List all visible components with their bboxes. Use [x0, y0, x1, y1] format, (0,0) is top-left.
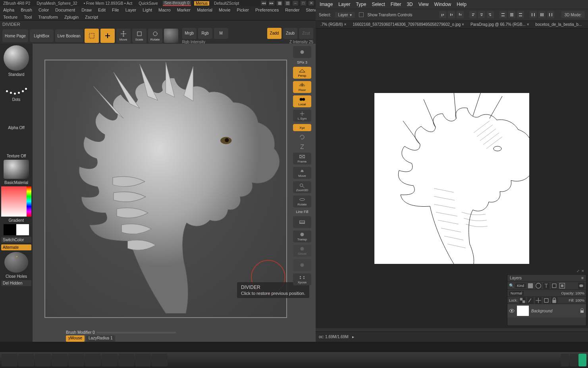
menu-texture[interactable]: Texture [2, 15, 19, 19]
opacity-value[interactable]: 100% [575, 291, 584, 295]
tray-icon-1[interactable] [561, 354, 569, 366]
xyz-button[interactable]: Xyz [293, 124, 311, 131]
3dmode-dropdown[interactable]: 3D Mode: [561, 11, 585, 18]
ps-menu-select[interactable]: Select [372, 2, 385, 7]
doc-tab-4[interactable]: bocetos_de_la_bestia_b... [532, 21, 585, 28]
seethrough-slider[interactable]: See-through 0 [163, 1, 191, 6]
align-left-icon[interactable] [469, 11, 476, 18]
fill-value[interactable]: 100% [575, 298, 584, 302]
color-swatches[interactable] [4, 224, 29, 235]
texture-thumbnail[interactable] [4, 132, 29, 152]
start-button[interactable] [2, 354, 17, 366]
menu-zplugin[interactable]: Zplugin [63, 15, 80, 19]
minimize-icon[interactable]: – [293, 1, 298, 6]
align-top-icon[interactable] [439, 11, 446, 18]
lock-transparent-icon[interactable] [519, 297, 526, 304]
draw-mode-button[interactable] [100, 29, 115, 43]
xpose-button[interactable]: Xpose [293, 273, 311, 285]
lazymouse-button[interactable]: yMouse [66, 335, 85, 342]
floor-button[interactable]: Floor [293, 81, 311, 93]
live-boolean-button[interactable]: Live Boolean [55, 29, 83, 42]
menu-picker[interactable]: Picker [235, 8, 251, 12]
layer-thumbnail[interactable] [517, 306, 529, 316]
layer-row[interactable]: Background [507, 304, 586, 318]
distribute-bottom-icon[interactable] [517, 11, 524, 18]
mrgb-button[interactable]: Mrgb [182, 28, 197, 39]
taskbar-app-9[interactable] [152, 354, 168, 366]
taskbar-app-5[interactable] [85, 354, 101, 366]
lazyradius-button[interactable]: LazyRadius 1 [86, 335, 115, 342]
transp-button[interactable]: Transp [293, 230, 311, 242]
prev-icon[interactable]: ◂◂ [261, 1, 266, 6]
close-icon[interactable]: ✕ [308, 1, 314, 6]
move-mode-button[interactable]: Move [116, 29, 131, 43]
filter-shape-icon[interactable] [551, 283, 557, 289]
distribute-hcenter-icon[interactable] [538, 11, 546, 18]
doc-tab-2[interactable]: 16602168_597293607146306_709768949505827… [349, 21, 467, 28]
closeholes-label[interactable]: Close Holes [6, 274, 27, 279]
ps-menu-type[interactable]: Type [356, 2, 366, 7]
home-page-button[interactable]: Home Page [2, 29, 28, 42]
menu-draw[interactable]: Draw [80, 8, 93, 12]
spix-label[interactable]: SPix 3 [297, 60, 307, 64]
taskbar-app-1[interactable] [18, 354, 34, 366]
show-transform-checkbox[interactable] [359, 12, 364, 17]
rgb-intensity-label[interactable]: Rgb Intensity [182, 40, 228, 44]
material-thumbnail[interactable] [4, 160, 29, 179]
taskbar-app-6[interactable] [102, 354, 118, 366]
ps-menu-3d[interactable]: 3D [407, 2, 413, 7]
doc-tab-3[interactable]: ParaDrag.jpg @ 66.7% (RGB... × [467, 21, 532, 28]
lock-artboard-icon[interactable] [543, 297, 549, 304]
menu-material[interactable]: Material [195, 8, 214, 12]
tray-icon-2[interactable] [570, 354, 578, 366]
menu-marker[interactable]: Marker [175, 8, 192, 12]
closeholes-thumbnail[interactable] [4, 252, 28, 273]
ps-menu-view[interactable]: View [418, 2, 429, 7]
quicksave-btn[interactable]: QuickSave [137, 1, 159, 6]
taskbar-app-2[interactable] [35, 354, 51, 366]
maximize-icon[interactable]: □ [301, 1, 306, 6]
lock-all-icon[interactable] [551, 297, 557, 304]
rgb-button[interactable]: Rgb [198, 28, 212, 39]
grid2-icon[interactable]: ▥ [285, 1, 290, 6]
refresh-icon[interactable] [293, 134, 311, 141]
distribute-top-icon[interactable] [499, 11, 507, 18]
layer-name[interactable]: Background [531, 309, 552, 313]
panel-collapse-icon[interactable]: ⤢ [576, 269, 580, 273]
ps-menu-layer[interactable]: Layer [338, 2, 350, 7]
taskbar-app-4[interactable] [68, 354, 84, 366]
menu-tool[interactable]: Tool [22, 15, 33, 19]
panel-menu-icon[interactable]: ≡ [581, 276, 584, 280]
filter-search-icon[interactable]: 🔍 [509, 283, 514, 288]
delhidden-button[interactable]: Del Hidden [1, 280, 31, 286]
local-button[interactable]: Local [293, 95, 311, 107]
edit-mode-button[interactable] [85, 29, 99, 43]
align-bottom-icon[interactable] [457, 11, 464, 18]
lock-pixels-icon[interactable] [527, 297, 534, 304]
taskbar-app-7[interactable] [118, 354, 134, 366]
color-picker[interactable] [1, 186, 31, 217]
panel-close-icon[interactable]: ✕ [581, 269, 584, 273]
filter-smart-icon[interactable] [559, 283, 565, 289]
menu-document[interactable]: Document [54, 8, 77, 12]
menu-zscript[interactable]: Zscript [83, 15, 100, 19]
distribute-right-icon[interactable] [547, 11, 554, 18]
lsym-button[interactable]: L.Sym [293, 110, 311, 122]
ps-menu-window[interactable]: Window [434, 2, 451, 7]
z-intensity[interactable]: Z Intensity 25 [267, 40, 313, 44]
zcut-button[interactable]: Zcut [299, 28, 313, 39]
filter-kind-dropdown[interactable]: Kind [515, 283, 526, 288]
distribute-vcenter-icon[interactable] [508, 11, 515, 18]
menu-file[interactable]: File [110, 8, 121, 12]
menu-brush[interactable]: Brush [19, 8, 34, 12]
brush-modifier-slider[interactable]: Brush Modifier 0 [66, 330, 176, 335]
alpha-thumbnail[interactable] [4, 103, 29, 124]
material-swatch[interactable] [164, 29, 178, 43]
layers-panel[interactable]: ⤢ ✕ Layers ≡ 🔍 Kind T Normal Opacity: 10… [507, 274, 586, 326]
rotate-view-button[interactable]: Rotate [293, 196, 311, 207]
menu-transform[interactable]: Transform [37, 15, 60, 19]
ps-menu-help[interactable]: Help [457, 2, 467, 7]
tray-icon-3[interactable] [578, 354, 586, 366]
rotate-mode-button[interactable]: Rotate [148, 29, 162, 43]
windows-taskbar[interactable] [0, 352, 588, 368]
